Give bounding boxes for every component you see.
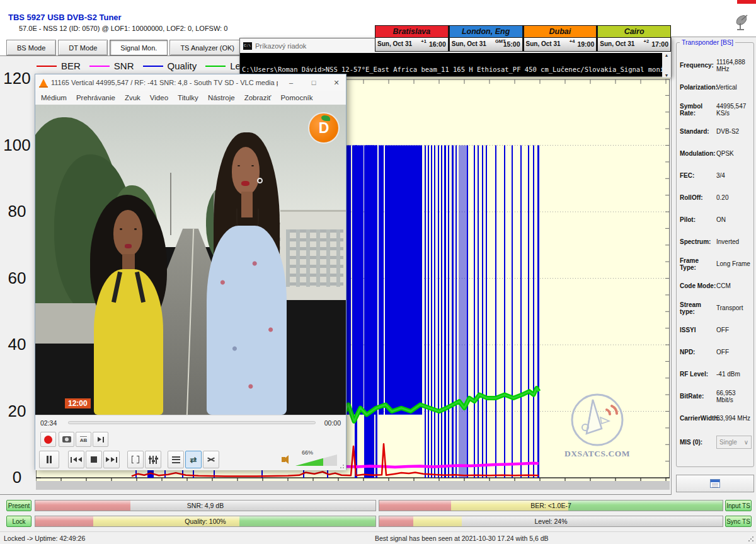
command-prompt-icon: C:\: [243, 42, 252, 50]
transponder-row-value: CCM: [716, 282, 731, 289]
clock-city: Bratislava: [375, 26, 448, 38]
video-timestamp-osd: 12:00: [65, 398, 91, 408]
transponder-row: CarrierWidth:53,994 MHz: [680, 407, 752, 429]
record-button[interactable]: [40, 432, 56, 447]
transponder-row-label: Symbol Rate:: [680, 103, 716, 117]
mis-select[interactable]: Single∨: [716, 436, 752, 449]
vlc-menu-item[interactable]: Nástroje: [208, 94, 235, 101]
legend-line-icon: [143, 66, 163, 67]
best-signal-status: Best signal has been seen at 2021-10-30 …: [375, 535, 549, 542]
clock-dubai: DubaiSun, Oct 31+419:00: [523, 25, 597, 52]
stop-button[interactable]: [86, 451, 102, 468]
legend-line-icon: [89, 66, 110, 67]
equalizer-button[interactable]: [145, 451, 161, 468]
transponder-row-label: Code Mode:: [680, 282, 716, 289]
next-icon: [116, 457, 117, 463]
transponder-row-label: Polarization:: [680, 84, 716, 91]
scroll-down-icon[interactable]: ▼: [665, 73, 669, 78]
vlc-window: 11165 Vertical 44995,547 / RF: -41 SNR: …: [35, 74, 346, 470]
vlc-menu-item[interactable]: Video: [150, 94, 168, 101]
ab-loop-icon: AB: [80, 436, 88, 443]
close-button[interactable]: ✕: [327, 79, 346, 87]
tv-channel-logo: D: [308, 112, 340, 144]
clock-off: +4: [570, 38, 575, 44]
transponder-row-value: Long Frame: [716, 260, 750, 267]
transponder-row: Code Mode:CCM: [680, 275, 752, 297]
shuffle-button[interactable]: [203, 451, 219, 468]
mode-button-bs-mode[interactable]: BS Mode: [6, 40, 56, 55]
transponder-row-value: ON: [716, 216, 726, 223]
loop-icon: ⇄: [190, 455, 197, 465]
transponder-row: Pilot:ON: [680, 209, 752, 231]
transponder-row: Spectrum:Inverted: [680, 231, 752, 253]
next-button[interactable]: [103, 451, 120, 468]
legend-item-ber: BER: [37, 61, 81, 71]
report-button[interactable]: [676, 475, 754, 492]
loop-button[interactable]: ⇄: [185, 451, 202, 468]
vlc-menu-item[interactable]: Pomocník: [280, 94, 312, 101]
mode-button-ts-analyzer-ok-[interactable]: TS Analyzer (OK): [169, 40, 245, 55]
volume-slider[interactable]: [295, 454, 337, 466]
presenter-left: [85, 195, 172, 415]
transponder-row-value: OFF: [716, 349, 729, 356]
sync-ts-button[interactable]: Sync TS: [725, 516, 752, 527]
mode-button-dt-mode[interactable]: DT Mode: [58, 40, 108, 55]
quality-bar-text: Quality: 100%: [185, 518, 226, 525]
fullscreen-button[interactable]: [127, 451, 144, 468]
ber-bar-text: BER: <1.0E-7: [530, 502, 571, 509]
seek-bar[interactable]: [68, 421, 316, 424]
command-prompt-scrollbar[interactable]: ▲ ▼: [662, 53, 671, 78]
clock-london-eng: London, EngSun, Oct 31GMT15:00: [449, 25, 523, 52]
transponder-rows: Frequency:11164,888 MHzPolarization:Vert…: [680, 54, 752, 449]
signal-bars-area: Present SNR: 4,9 dB BER: <1.0E-7 Input T…: [0, 495, 756, 531]
y-axis-label: 40: [1, 335, 33, 354]
vlc-menu-item[interactable]: Zvuk: [125, 94, 140, 101]
maximize-button[interactable]: □: [304, 79, 323, 86]
transponder-row-value: OFF: [716, 327, 729, 333]
vlc-resize-grip[interactable]: [340, 464, 345, 469]
transponder-row: BitRate:66,953 Mbit/s: [680, 385, 752, 407]
record-icon: [44, 436, 52, 444]
y-axis-label: 60: [1, 269, 33, 288]
legend-label: BER: [61, 61, 81, 71]
vlc-menu-item[interactable]: Zobraziť: [244, 94, 272, 101]
chevron-down-icon: ∨: [744, 439, 748, 446]
previous-button[interactable]: [68, 451, 84, 468]
vlc-menu-item[interactable]: Prehrávanie: [76, 94, 115, 101]
clock-body: Sun, Oct 31+419:00: [524, 38, 597, 51]
face: [113, 210, 142, 256]
vlc-menu-item[interactable]: Médium: [41, 94, 67, 101]
prev-icon: [78, 457, 82, 462]
playlist-button[interactable]: [168, 451, 184, 468]
lock-button[interactable]: Lock: [6, 516, 32, 527]
present-button[interactable]: Present: [6, 500, 32, 511]
vlc-video-area[interactable]: D 12:00: [35, 105, 346, 415]
frame-bar-icon: [103, 437, 104, 443]
input-ts-button[interactable]: Input TS: [725, 500, 752, 511]
elapsed-time: 02:34: [40, 419, 57, 427]
transponder-row-label: RF Level:: [680, 371, 716, 378]
transponder-row: RF Level:-41 dBm: [680, 363, 752, 385]
legend-line-icon: [37, 66, 57, 67]
scroll-up-icon[interactable]: ▲: [665, 53, 669, 57]
mode-button-signal-mon-[interactable]: Signal Mon.: [110, 40, 168, 55]
vlc-menu-item[interactable]: Titulky: [178, 94, 198, 101]
transponder-row-value: Transport: [716, 304, 743, 311]
transponder-row: FEC:3/4: [680, 165, 752, 187]
transponder-row-value: QPSK: [716, 150, 734, 157]
next-icon: [111, 457, 115, 462]
transponder-row: RollOff:0.20: [680, 187, 752, 209]
pause-button[interactable]: [39, 451, 59, 468]
vlc-titlebar[interactable]: 11165 Vertical 44995,547 / RF: -41 SNR: …: [35, 74, 346, 91]
dxsatcs-watermark-text: DXSATCS.COM: [563, 449, 632, 459]
frame-by-frame-button[interactable]: [93, 432, 108, 447]
window-resize-grip[interactable]: [748, 536, 754, 542]
y-axis-label: 120: [1, 69, 33, 88]
snapshot-button[interactable]: [59, 432, 74, 447]
ab-loop-button[interactable]: AB: [76, 432, 91, 447]
clock-city: London, Eng: [450, 26, 522, 38]
speaker-icon[interactable]: [282, 457, 285, 462]
earring: [257, 178, 263, 183]
quality-bar: Quality: 100%: [35, 516, 376, 527]
minimize-button[interactable]: –: [282, 79, 301, 86]
